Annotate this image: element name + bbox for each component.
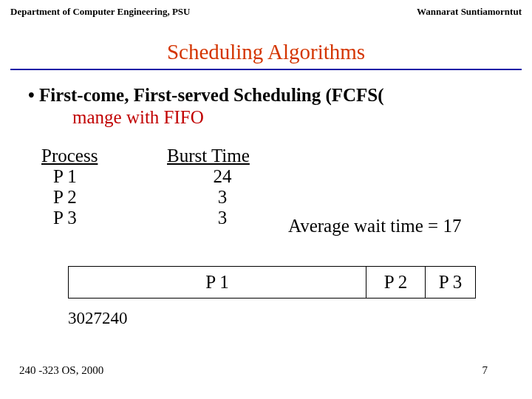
title-rule (10, 69, 522, 70)
gantt-p3: P 3 (426, 266, 476, 299)
cell-burst: 3 (167, 208, 278, 228)
gantt-p1: P 1 (68, 266, 366, 299)
header-right: Wannarat Suntiamorntut (417, 6, 522, 18)
bullet-line: • First-come, First-served Scheduling (F… (28, 85, 504, 106)
cell-process: P 3 (53, 208, 167, 228)
col-process: Process (41, 146, 167, 166)
slide: Department of Computer Engineering, PSU … (0, 0, 532, 399)
slide-header: Department of Computer Engineering, PSU … (10, 6, 522, 18)
header-left: Department of Computer Engineering, PSU (10, 6, 191, 18)
sub-line: mange with FIFO (72, 107, 504, 128)
slide-body: • First-come, First-served Scheduling (F… (10, 85, 522, 228)
slide-title: Scheduling Algorithms (10, 40, 522, 64)
cell-process: P 2 (53, 187, 167, 208)
gantt-p2: P 2 (366, 266, 426, 299)
number-line: 3027240 (68, 309, 128, 328)
footer-right: 7 (482, 364, 488, 377)
cell-process: P 1 (53, 166, 167, 187)
avg-wait: Average wait time = 17 (288, 216, 461, 236)
cell-burst: 24 (167, 166, 278, 187)
gantt-chart: P 1 P 2 P 3 (68, 266, 476, 299)
col-burst: Burst Time (167, 146, 278, 166)
cell-burst: 3 (167, 187, 278, 208)
footer-left: 240 -323 OS, 2000 (19, 364, 103, 377)
